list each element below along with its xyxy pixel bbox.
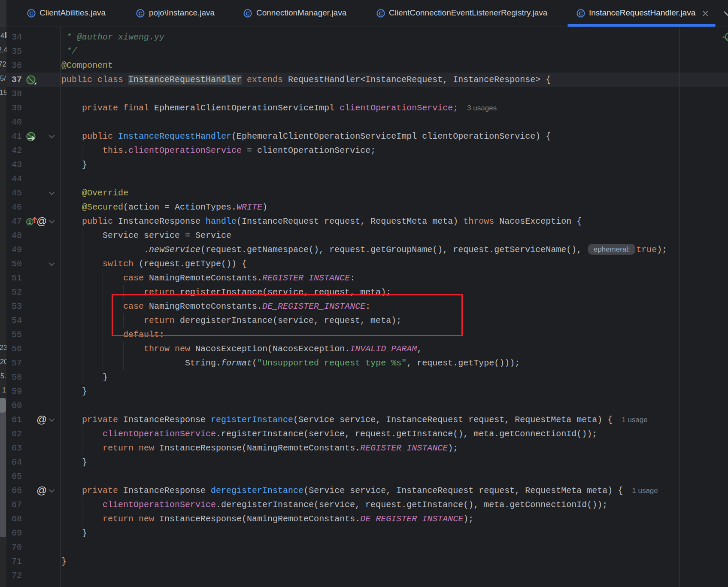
svg-text:C: C [246,10,250,17]
svg-text:C: C [579,10,583,17]
svg-text:C: C [29,10,33,17]
svg-text:C: C [138,10,143,17]
svg-text:C: C [379,10,383,17]
